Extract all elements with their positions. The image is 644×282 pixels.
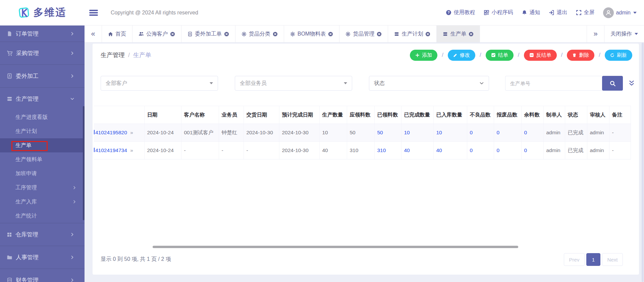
sidebar-item-hr-management[interactable]: 人事管理 <box>0 246 85 269</box>
vertical-scrollbar[interactable] <box>642 43 644 282</box>
column-header: 状态 <box>565 106 587 124</box>
horizontal-scrollbar[interactable] <box>153 246 518 248</box>
delete-button[interactable]: 删除 <box>567 50 594 61</box>
qr-code-icon <box>484 10 489 15</box>
sidebar-item-order-management[interactable]: 订单管理 <box>0 26 85 42</box>
tab-goods-management[interactable]: 货品管理 <box>339 26 388 42</box>
table-cell-link[interactable]: 40 <box>433 142 467 159</box>
table-cell-link[interactable]: 0 <box>494 124 521 142</box>
close-icon[interactable] <box>273 32 278 37</box>
search-button[interactable] <box>602 76 623 91</box>
status-select[interactable]: 状态 <box>369 76 489 91</box>
logout-link[interactable]: 退出 <box>549 9 567 16</box>
tab-outsource-order[interactable]: 委外加工单 <box>181 26 235 42</box>
close-icon[interactable] <box>425 32 430 37</box>
tab-public-customers[interactable]: 公海客户 <box>132 26 181 42</box>
table-cell-link[interactable]: 0 <box>521 124 543 142</box>
table-cell-link[interactable]: 0 <box>467 142 494 159</box>
refresh-icon <box>610 53 614 57</box>
column-header <box>94 106 144 124</box>
sidebar-item-production-inbound[interactable]: 生产入库 <box>0 195 85 209</box>
column-header: 已领料数 <box>374 106 401 124</box>
tab-goods-category[interactable]: 货品分类 <box>235 26 284 42</box>
table-cell-link[interactable]: 10 <box>401 124 433 142</box>
menu-toggle-icon[interactable] <box>89 10 98 16</box>
customer-select[interactable]: 全部客户 <box>101 76 218 91</box>
salesman-select[interactable]: 全部业务员 <box>235 76 352 91</box>
sidebar-item-production-statistics[interactable]: 生产统计 <box>0 209 85 223</box>
order-no-input[interactable] <box>505 76 602 91</box>
order-no-link[interactable]: 41024195820 <box>94 130 127 135</box>
sidebar-item-warehouse-management[interactable]: 仓库管理 <box>0 223 85 246</box>
tutorial-link[interactable]: 使用教程 <box>446 9 475 16</box>
sidebar-item-label: 财务管理 <box>16 276 39 282</box>
sidebar-item-overtime-request[interactable]: 加班申请 <box>0 167 85 181</box>
breadcrumb-section[interactable]: 生产管理 <box>101 51 125 59</box>
sidebar-scrollbar[interactable] <box>83 106 85 220</box>
table-cell-link[interactable]: 10 <box>433 124 467 142</box>
tab-production-order[interactable]: 生产单 <box>437 26 480 42</box>
top-header: 多维适 Copyright @ 2024 All rights reserved… <box>0 0 644 26</box>
table-row[interactable]: 41024195820 » 2024-10-24 001测试客户 钟楚红 202… <box>94 124 631 142</box>
chevron-down-icon <box>635 33 638 35</box>
close-icon[interactable] <box>224 32 229 37</box>
tabs-scroll-right-icon[interactable] <box>587 26 604 42</box>
logo[interactable]: 多维适 <box>0 0 85 26</box>
close-icon[interactable] <box>377 32 382 37</box>
row-expand-icon[interactable]: » <box>130 130 133 135</box>
pagination: Prev 1 Next <box>564 253 623 266</box>
table-cell: - <box>219 142 244 159</box>
more-filters-toggle[interactable] <box>628 80 635 87</box>
sidebar-item-production-management[interactable]: 生产管理 <box>0 87 85 110</box>
table-cell-link[interactable]: 50 <box>374 124 401 142</box>
user-menu[interactable]: admin <box>603 7 637 18</box>
table-cell: 2024-10-24 <box>144 124 181 142</box>
gear-icon <box>241 32 247 37</box>
table-cell-link[interactable]: 0 <box>467 124 494 142</box>
column-header: 预计完成日期 <box>279 106 319 124</box>
tab-bom-materials[interactable]: BOM物料表 <box>284 26 339 42</box>
row-expand-icon[interactable]: » <box>130 147 133 153</box>
sidebar-item-production-order[interactable]: 生产单 <box>0 138 85 152</box>
tabs-scroll-left-icon[interactable] <box>85 26 102 42</box>
prev-page-button[interactable]: Prev <box>564 253 585 266</box>
table-cell-link[interactable]: 40 <box>401 142 433 159</box>
sidebar-item-production-picking-order[interactable]: 生产领料单 <box>0 152 85 167</box>
edit-button[interactable]: 修改 <box>448 50 475 61</box>
unsettle-button[interactable]: 反结单 <box>524 50 557 61</box>
sidebar-item-purchase-management[interactable]: 采购管理 <box>0 42 85 64</box>
folder-icon <box>7 254 12 260</box>
search-icon <box>609 80 616 87</box>
next-page-button[interactable]: Next <box>602 253 623 266</box>
close-icon[interactable] <box>469 32 474 37</box>
notifications-link[interactable]: 通知 <box>522 9 540 16</box>
order-no-cell: 41024194734 » <box>94 142 144 159</box>
sidebar-item-process-management[interactable]: 工序管理 <box>0 181 85 195</box>
tab-production-plan[interactable]: 生产计划 <box>388 26 437 42</box>
logout-label: 退出 <box>556 9 567 16</box>
sidebar-item-finance-management[interactable]: 财务管理 <box>0 269 85 282</box>
close-icon[interactable] <box>170 32 175 37</box>
table-cell: - <box>609 124 631 142</box>
settle-button[interactable]: 结单 <box>486 50 514 61</box>
caret-down-icon <box>210 82 213 84</box>
miniprogram-label: 小程序码 <box>491 9 513 16</box>
sidebar-item-production-plan[interactable]: 生产计划 <box>0 124 85 138</box>
table-cell-link[interactable]: 0 <box>521 142 543 159</box>
fullscreen-link[interactable]: 全屏 <box>576 9 594 16</box>
copyright-text: Copyright @ 2024 All rights reserved <box>111 10 198 16</box>
page-1-button[interactable]: 1 <box>586 253 600 266</box>
sidebar-item-outsourcing[interactable]: 委外加工 <box>0 64 85 87</box>
table-cell-link[interactable]: 0 <box>494 142 521 159</box>
miniprogram-link[interactable]: 小程序码 <box>484 9 513 16</box>
add-button[interactable]: 添加 <box>410 50 437 61</box>
sidebar-item-production-progress-board[interactable]: 生产进度看版 <box>0 110 85 124</box>
order-no-link[interactable]: 41024194734 <box>94 147 127 153</box>
tab-home[interactable]: 首页 <box>102 26 132 42</box>
table-row[interactable]: 41024194734 » 2024-10-24 - - - 2024-10-3… <box>94 142 631 159</box>
caret-down-icon <box>344 82 347 84</box>
close-icon[interactable] <box>328 32 333 37</box>
refresh-button[interactable]: 刷新 <box>605 50 632 61</box>
table-cell-link[interactable]: 310 <box>374 142 401 159</box>
close-operations-dropdown[interactable]: 关闭操作 <box>604 26 644 42</box>
